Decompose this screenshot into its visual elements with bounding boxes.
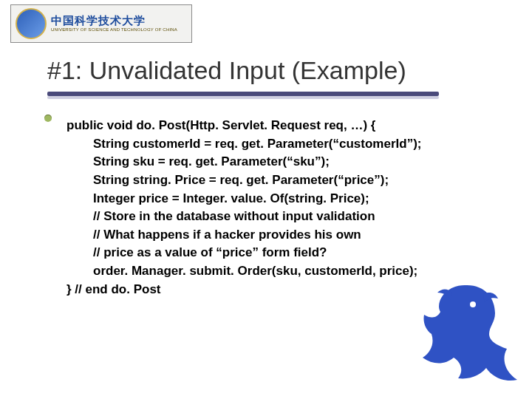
code-line: } // end do. Post: [66, 282, 161, 296]
code-line: String sku = req. get. Parameter(“sku”);: [93, 153, 480, 171]
code-example: public void do. Post(Http. Servlet. Requ…: [66, 117, 480, 299]
code-line: // What happens if a hacker provides his…: [93, 226, 480, 245]
logo-name-en: UNIVERSITY OF SCIENCE AND TECHNOLOGY OF …: [51, 27, 177, 33]
svg-point-0: [470, 301, 476, 307]
title-underline: [47, 92, 439, 99]
slide-title: #1: Unvalidated Input (Example): [47, 56, 406, 85]
code-line: // Store in the database without input v…: [93, 208, 480, 226]
code-line: Integer price = Integer. value. Of(strin…: [93, 190, 480, 208]
code-line: // price as a value of “price” form fiel…: [93, 244, 480, 262]
dragon-icon: [415, 278, 519, 389]
bullet-icon: [44, 115, 52, 122]
code-line: String customerId = req. get. Parameter(…: [93, 135, 480, 154]
slide: 中国科学技术大学 UNIVERSITY OF SCIENCE AND TECHN…: [0, 0, 532, 399]
logo-seal-icon: [16, 8, 47, 39]
code-line: String string. Price = req. get. Paramet…: [93, 171, 480, 190]
logo-text: 中国科学技术大学 UNIVERSITY OF SCIENCE AND TECHN…: [51, 15, 177, 32]
university-logo: 中国科学技术大学 UNIVERSITY OF SCIENCE AND TECHN…: [10, 4, 192, 43]
code-line: public void do. Post(Http. Servlet. Requ…: [66, 118, 375, 132]
logo-name-cn: 中国科学技术大学: [51, 15, 177, 27]
